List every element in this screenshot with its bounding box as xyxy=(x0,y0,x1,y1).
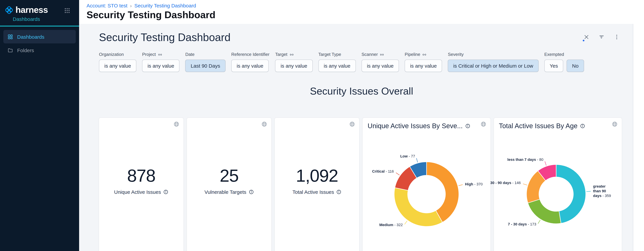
linked-filter-icon xyxy=(380,52,384,56)
donut-label-connector xyxy=(523,184,527,185)
filter-label: Target xyxy=(275,52,287,57)
donut-label-connector xyxy=(586,191,591,192)
stat-label: Unique Active Issues xyxy=(99,189,184,195)
filter-label: Target Type xyxy=(318,52,341,57)
filter-organization: Organizationis any value xyxy=(99,51,136,72)
donut-segment-greater-than-90-days[interactable] xyxy=(556,165,586,224)
close-icon[interactable] xyxy=(584,34,590,40)
section-heading: Security Issues Overall xyxy=(79,85,644,97)
cursor-dot xyxy=(583,40,584,41)
donut-label-connector xyxy=(416,158,418,162)
donut-label-connector xyxy=(396,173,400,175)
stat-card-total-active-issues: 1,092Total Active Issues xyxy=(275,118,359,251)
donut-label-less-than-7-days: less than 7 days - 80 xyxy=(507,157,543,162)
globe-icon[interactable] xyxy=(261,121,267,127)
globe-icon[interactable] xyxy=(612,121,618,127)
filter-chip-scanner[interactable]: is any value xyxy=(362,59,399,72)
cards-row: 878Unique Active Issues25Vulnerable Targ… xyxy=(99,118,644,251)
sidebar-nav: DashboardsFolders xyxy=(0,26,79,57)
stat-value: 25 xyxy=(187,166,271,186)
info-icon[interactable] xyxy=(248,189,254,195)
donut-label-30-90-days: 30 - 90 days - 146 xyxy=(490,181,521,185)
breadcrumb-separator: › xyxy=(130,3,132,8)
stat-value: 1,092 xyxy=(275,166,359,186)
linked-filter-icon xyxy=(158,52,162,56)
filter-chip-pipeline[interactable]: is any value xyxy=(405,59,442,72)
sidebar-item-label: Folders xyxy=(17,47,34,53)
sidebar: harness Dashboards DashboardsFolders xyxy=(0,0,79,251)
donut-segment-7-30-days[interactable] xyxy=(528,199,561,224)
brand-name: harness xyxy=(16,5,48,15)
dashboard-panel-title: Security Testing Dashboard xyxy=(99,31,644,44)
chart-title: Unique Active Issues By Seve... xyxy=(368,122,463,130)
donut-label-medium: Medium - 322 xyxy=(379,223,403,228)
filter-chip-project[interactable]: is any value xyxy=(142,59,180,72)
filter-chip-exempted-no[interactable]: No xyxy=(567,59,584,72)
filter-chip-exempted-yes[interactable]: Yes xyxy=(544,59,563,72)
filter-target-type: Target Typeis any value xyxy=(318,51,356,72)
donut-label-greater-than-90-days: greater than 90 days - 359 xyxy=(593,184,612,198)
more-menu-icon[interactable] xyxy=(614,34,620,40)
filter-label: Project xyxy=(142,52,156,57)
filter-chip-target-type[interactable]: is any value xyxy=(318,59,356,72)
harness-logo-icon xyxy=(4,5,14,15)
globe-icon[interactable] xyxy=(349,121,355,127)
filter-chip-reference-identifier[interactable]: is any value xyxy=(231,59,269,72)
filter-icon[interactable] xyxy=(598,34,604,40)
filter-reference-identifier: Reference Identifieris any value xyxy=(231,51,270,72)
breadcrumb-account-link[interactable]: Account: STO test xyxy=(86,3,128,8)
panel-actions xyxy=(584,34,620,40)
donut-label-7-30-days: 7 - 30 days - 173 xyxy=(508,222,536,227)
filter-chip-severity[interactable]: is Critical or High or Medium or Low xyxy=(448,59,539,72)
filter-label: Organization xyxy=(99,52,124,57)
filter-pipeline: Pipelineis any value xyxy=(405,51,442,72)
globe-icon[interactable] xyxy=(480,121,486,127)
donut-label-connector xyxy=(405,221,407,225)
brand-module-label: Dashboards xyxy=(13,16,79,22)
filter-date: DateLast 90 Days xyxy=(185,51,226,72)
folder-icon xyxy=(8,47,13,53)
info-icon[interactable] xyxy=(163,189,168,195)
sidebar-item-folders[interactable]: Folders xyxy=(3,43,76,57)
stat-label: Vulnerable Targets xyxy=(187,189,271,195)
filter-target: Targetis any value xyxy=(275,51,312,72)
sidebar-header: harness Dashboards xyxy=(0,0,79,26)
chart-card-unique-active-issues-by-seve: Unique Active Issues By Seve...High - 37… xyxy=(362,118,490,251)
app-switcher-icon[interactable] xyxy=(64,7,70,14)
filter-label: Exempted xyxy=(544,52,564,57)
sidebar-item-label: Dashboards xyxy=(17,34,44,39)
filter-severity: Severityis Critical or High or Medium or… xyxy=(448,51,539,72)
stat-card-unique-active-issues: 878Unique Active Issues xyxy=(99,118,184,251)
donut-segment-medium[interactable] xyxy=(394,188,442,227)
donut-label-high: High - 370 xyxy=(465,182,482,187)
stat-card-vulnerable-targets: 25Vulnerable Targets xyxy=(187,118,271,251)
info-icon[interactable] xyxy=(336,189,341,195)
breadcrumb-page-link[interactable]: Security Testing Dashboard xyxy=(134,3,196,8)
stat-value: 878 xyxy=(99,166,184,186)
page-title: Security Testing Dashboard xyxy=(86,9,216,20)
top-header: Account: STO test › Security Testing Das… xyxy=(79,0,644,24)
filter-exempted: ExemptedYesNo xyxy=(544,51,584,72)
sidebar-item-dashboards[interactable]: Dashboards xyxy=(3,30,76,43)
info-icon[interactable] xyxy=(580,123,585,129)
filter-project: Projectis any value xyxy=(142,51,180,72)
filters-row: Organizationis any valueProjectis any va… xyxy=(99,51,644,72)
filter-chip-target[interactable]: is any value xyxy=(275,59,312,72)
scrollbar-track[interactable] xyxy=(633,24,644,251)
stat-label: Total Active Issues xyxy=(275,189,359,195)
filter-scanner: Scanneris any value xyxy=(362,51,399,72)
filter-label: Pipeline xyxy=(405,52,420,57)
filter-chip-organization[interactable]: is any value xyxy=(99,59,136,72)
filter-chip-date[interactable]: Last 90 Days xyxy=(185,59,226,72)
linked-filter-icon xyxy=(289,52,294,56)
donut-label-low: Low - 77 xyxy=(400,154,415,159)
globe-icon[interactable] xyxy=(173,121,180,127)
harness-dashboard-app: harness Dashboards DashboardsFolders Acc… xyxy=(0,0,644,251)
filter-label: Severity xyxy=(448,52,464,57)
donut-label-critical: Critical - 116 xyxy=(372,169,394,174)
filter-label: Reference Identifier xyxy=(231,52,270,57)
info-icon[interactable] xyxy=(466,123,470,129)
donut-label-connector xyxy=(458,185,463,186)
donut-label-connector xyxy=(538,220,540,224)
chart-title: Total Active Issues By Age xyxy=(499,122,578,130)
